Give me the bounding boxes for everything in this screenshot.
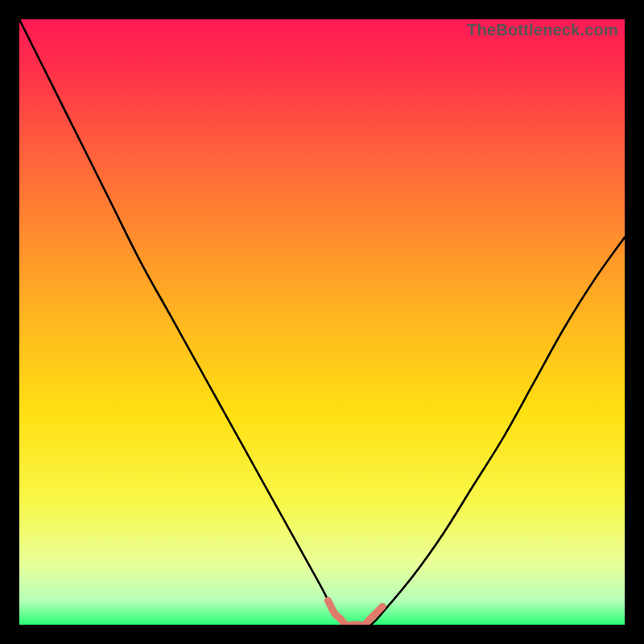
chart-frame: TheBottleneck.com bbox=[10, 10, 634, 634]
gradient-plot-area: TheBottleneck.com bbox=[19, 19, 625, 625]
curve-svg bbox=[19, 19, 625, 625]
bottleneck-curve-path bbox=[19, 19, 625, 625]
